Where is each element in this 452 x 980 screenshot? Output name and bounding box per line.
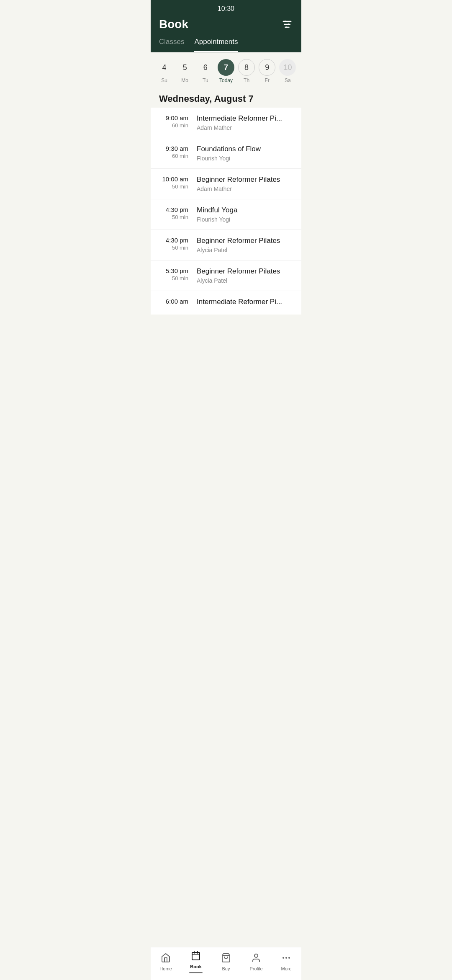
day-item-5[interactable]: 5 Mo — [176, 59, 194, 83]
day-item-10[interactable]: 10 Sa — [278, 59, 297, 83]
class-instructor: Flourish Yogi — [197, 216, 293, 223]
filter-icon[interactable] — [281, 18, 293, 30]
main-content: 4 Su 5 Mo 6 Tu 7 Today 8 Th 9 Fr 10 Sa W… — [151, 52, 301, 348]
class-instructor: Alycia Patel — [197, 247, 293, 253]
day-label-9: Fr — [265, 77, 270, 83]
date-heading: Wednesday, August 7 — [151, 87, 301, 108]
class-name: Intermediate Reformer Pi... — [197, 114, 293, 123]
class-duration: 50 min — [159, 183, 188, 190]
class-time: 9:30 am 60 min — [159, 145, 197, 159]
table-row[interactable]: 9:00 am 60 min Intermediate Reformer Pi.… — [151, 108, 301, 138]
class-name: Intermediate Reformer Pi... — [197, 298, 293, 306]
day-number-10: 10 — [279, 59, 296, 76]
tabs-row: Classes Appointments — [151, 38, 301, 52]
class-duration: 60 min — [159, 122, 188, 129]
class-name: Beginner Reformer Pilates — [197, 267, 293, 276]
class-time-main: 10:00 am — [159, 175, 188, 183]
day-number-5: 5 — [177, 59, 193, 76]
day-item-6[interactable]: 6 Tu — [196, 59, 215, 83]
table-row[interactable]: 4:30 pm 50 min Beginner Reformer Pilates… — [151, 230, 301, 260]
class-time: 4:30 pm 50 min — [159, 206, 197, 220]
class-info: Intermediate Reformer Pi... — [197, 298, 293, 308]
class-time-main: 4:30 pm — [159, 206, 188, 213]
table-row[interactable]: 4:30 pm 50 min Mindful Yoga Flourish Yog… — [151, 199, 301, 230]
class-info: Beginner Reformer Pilates Alycia Patel — [197, 267, 293, 284]
table-row[interactable]: 6:00 am Intermediate Reformer Pi... — [151, 291, 301, 315]
class-duration: 50 min — [159, 245, 188, 251]
class-instructor: Alycia Patel — [197, 277, 293, 284]
class-time-main: 6:00 am — [159, 298, 188, 305]
class-duration: 50 min — [159, 214, 188, 220]
day-number-9: 9 — [259, 59, 275, 76]
day-number-8: 8 — [238, 59, 255, 76]
status-bar: 10:30 — [151, 0, 301, 14]
day-label-6: Tu — [203, 77, 208, 83]
svg-point-4 — [288, 23, 290, 25]
svg-point-3 — [285, 21, 286, 22]
class-duration: 60 min — [159, 153, 188, 159]
table-row[interactable]: 9:30 am 60 min Foundations of Flow Flour… — [151, 138, 301, 169]
class-duration: 50 min — [159, 275, 188, 281]
class-time-main: 5:30 pm — [159, 267, 188, 274]
svg-point-5 — [285, 26, 287, 28]
day-label-8: Th — [244, 77, 249, 83]
class-info: Intermediate Reformer Pi... Adam Mather — [197, 114, 293, 131]
day-label-7: Today — [219, 77, 233, 83]
class-time: 6:00 am — [159, 298, 197, 306]
tab-classes[interactable]: Classes — [159, 38, 184, 52]
day-number-4: 4 — [156, 59, 173, 76]
class-info: Mindful Yoga Flourish Yogi — [197, 206, 293, 223]
class-time-main: 9:00 am — [159, 114, 188, 121]
tab-appointments[interactable]: Appointments — [194, 38, 238, 52]
class-time-main: 4:30 pm — [159, 237, 188, 244]
class-time: 4:30 pm 50 min — [159, 237, 197, 251]
day-label-10: Sa — [285, 77, 291, 83]
day-item-7[interactable]: 7 Today — [217, 59, 235, 83]
day-number-7: 7 — [218, 59, 234, 76]
class-info: Foundations of Flow Flourish Yogi — [197, 145, 293, 162]
class-time: 5:30 pm 50 min — [159, 267, 197, 281]
class-time: 10:00 am 50 min — [159, 175, 197, 190]
header-title: Book — [159, 18, 188, 31]
class-instructor: Flourish Yogi — [197, 155, 293, 162]
class-info: Beginner Reformer Pilates Alycia Patel — [197, 237, 293, 253]
day-number-6: 6 — [197, 59, 214, 76]
classes-list: 9:00 am 60 min Intermediate Reformer Pi.… — [151, 108, 301, 315]
day-item-8[interactable]: 8 Th — [237, 59, 256, 83]
day-label-4: Su — [161, 77, 167, 83]
day-item-4[interactable]: 4 Su — [155, 59, 174, 83]
day-item-9[interactable]: 9 Fr — [258, 59, 276, 83]
class-info: Beginner Reformer Pilates Adam Mather — [197, 175, 293, 192]
status-time: 10:30 — [218, 5, 234, 13]
class-name: Mindful Yoga — [197, 206, 293, 214]
day-label-5: Mo — [181, 77, 188, 83]
header-row: Book — [151, 14, 301, 38]
calendar-row: 4 Su 5 Mo 6 Tu 7 Today 8 Th 9 Fr 10 Sa — [151, 52, 301, 87]
class-time: 9:00 am 60 min — [159, 114, 197, 129]
class-name: Foundations of Flow — [197, 145, 293, 153]
table-row[interactable]: 5:30 pm 50 min Beginner Reformer Pilates… — [151, 260, 301, 291]
class-time-main: 9:30 am — [159, 145, 188, 152]
header: 10:30 Book Classes Appointments — [151, 0, 301, 52]
table-row[interactable]: 10:00 am 50 min Beginner Reformer Pilate… — [151, 169, 301, 199]
class-name: Beginner Reformer Pilates — [197, 175, 293, 184]
class-name: Beginner Reformer Pilates — [197, 237, 293, 245]
class-instructor: Adam Mather — [197, 186, 293, 192]
class-instructor: Adam Mather — [197, 124, 293, 131]
